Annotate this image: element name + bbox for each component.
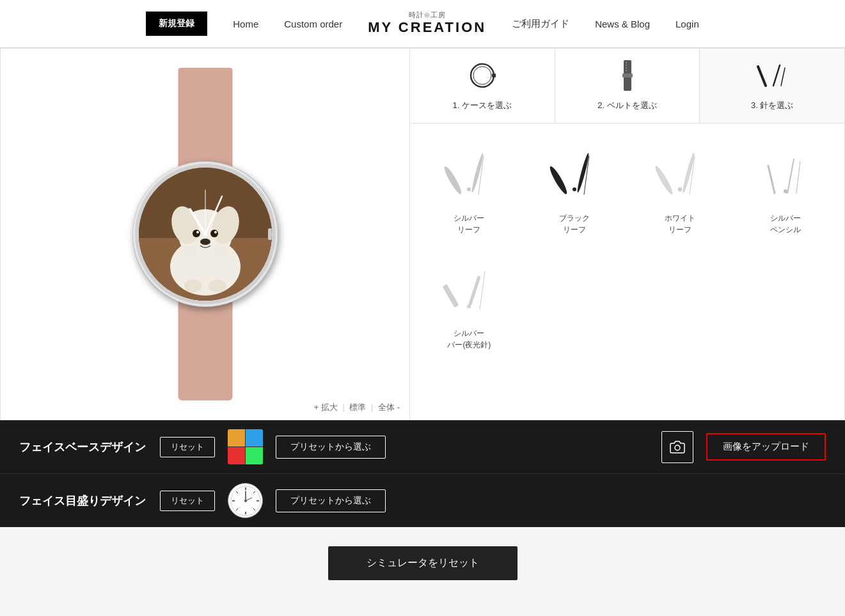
site-logo: 時計⊙工房 MY CREATION [368,11,486,36]
svg-rect-49 [468,276,481,306]
logo-main: MY CREATION [368,19,486,36]
watch-case [135,164,276,304]
svg-point-20 [473,67,491,84]
zoom-expand[interactable]: + 拡大 [314,402,338,412]
svg-rect-25 [626,67,627,68]
svg-point-32 [443,165,464,196]
svg-line-29 [758,67,766,86]
tab-needle-label: 3. 針を選ぶ [751,100,793,111]
zoom-separator-1: | [342,402,344,412]
svg-rect-22 [624,60,631,74]
nav-custom-order[interactable]: Custom order [284,19,342,29]
preset-thumb-cell-2 [246,429,263,446]
svg-rect-27 [624,77,631,91]
needle-label-white-leaf: ホワイトリーフ [665,212,695,235]
tab-belt[interactable]: 2. ベルトを選ぶ [555,49,700,123]
preset-thumb-cell-4 [246,447,263,464]
face-scale-reset-button[interactable]: リセット [160,491,215,511]
watch-face [139,168,272,301]
svg-point-35 [467,187,471,191]
watch-preview [84,68,327,400]
svg-point-40 [654,165,674,195]
face-base-title: フェイスベースデザイン [19,439,147,455]
svg-rect-23 [626,62,627,63]
svg-line-50 [480,271,485,310]
reset-simulator-button[interactable]: シミュレータをリセット [328,546,517,580]
header: 新規登録 Home Custom order 時計⊙工房 MY CREATION… [0,0,845,48]
needle-icon-black-leaf [542,143,606,207]
svg-rect-28 [622,74,633,77]
face-scale-thumb[interactable] [228,483,263,518]
needle-option-silver-pencil[interactable]: シルバーペンシル [732,130,838,246]
needle-label-silver-bar-glow: シルバーバー(夜光針) [447,328,491,351]
belt-icon [612,60,643,95]
tab-needle[interactable]: 3. 針を選ぶ [700,49,844,123]
svg-point-47 [784,189,787,193]
nav-home[interactable]: Home [233,19,258,29]
face-scale-bar: フェイス目盛りデザイン リセット プリセットから選ぶ [0,474,845,527]
needle-icon-silver-leaf [437,143,501,207]
needle-option-silver-bar-glow[interactable]: シルバーバー(夜光針) [416,252,522,360]
watch-strap-top [178,68,232,177]
needle-icon [753,60,791,95]
needle-label-silver-leaf: シルバーリーフ [454,212,484,235]
needle-option-black-leaf[interactable]: ブラックリーフ [522,130,628,246]
svg-rect-24 [626,65,627,66]
svg-line-16 [205,196,222,234]
zoom-separator-2: | [371,402,373,412]
svg-rect-48 [443,284,459,308]
tab-case-label: 1. ケースを選ぶ [453,100,512,111]
tab-belt-label: 2. ベルトを選ぶ [597,100,656,111]
svg-point-39 [573,187,576,191]
needle-options-row2: シルバーバー(夜光針) [410,252,844,367]
svg-point-19 [471,64,494,87]
main-content: + 拡大 | 標準 | 全体 - 1. ケースを選ぶ [0,48,845,420]
tab-case[interactable]: 1. ケースを選ぶ [410,49,555,123]
zoom-controls: + 拡大 | 標準 | 全体 - [314,402,400,413]
face-base-preset-thumb[interactable] [228,429,263,464]
svg-point-37 [576,152,590,193]
logo-sub: 時計⊙工房 [368,11,486,19]
svg-line-30 [773,65,780,86]
svg-point-64 [244,500,247,502]
watch-crown [268,228,274,240]
upload-image-button[interactable]: 画像をアップロード [706,433,826,461]
needle-option-silver-leaf[interactable]: シルバーリーフ [416,130,522,246]
register-button[interactable]: 新規登録 [146,12,207,36]
svg-point-18 [203,232,207,236]
preset-thumb-cell-1 [228,429,245,446]
svg-point-41 [682,153,695,193]
face-base-preset-button[interactable]: プリセットから選ぶ [276,436,386,459]
face-scale-preset-button[interactable]: プリセットから選ぶ [276,489,386,512]
svg-line-46 [796,161,800,193]
clock-face-svg [230,485,262,517]
needle-icon-silver-pencil [754,143,817,207]
svg-point-43 [678,187,682,191]
nav-news-blog[interactable]: News & Blog [595,19,650,29]
watch-preview-panel: + 拡大 | 標準 | 全体 - [1,49,410,420]
needle-icon-white-leaf [648,143,712,207]
svg-line-44 [768,166,775,193]
svg-point-36 [548,165,569,196]
zoom-normal[interactable]: 標準 [349,402,366,412]
svg-point-52 [675,445,680,450]
camera-icon [670,439,685,455]
needle-label-black-leaf: ブラックリーフ [559,212,590,235]
nav-login[interactable]: Login [675,19,699,29]
camera-button[interactable] [661,431,693,463]
step-tabs: 1. ケースを選ぶ [410,49,844,123]
face-base-bar: フェイスベースデザイン リセット プリセットから選ぶ 画像をアップロード [0,420,845,474]
zoom-full[interactable]: 全体 - [378,402,400,412]
svg-line-15 [190,209,205,234]
svg-rect-21 [492,74,496,77]
needle-icon-silver-bar-glow [437,258,501,322]
face-base-reset-button[interactable]: リセット [160,437,215,457]
svg-point-33 [471,152,485,193]
svg-line-45 [787,159,794,193]
nav-guide[interactable]: ご利用ガイド [512,18,569,30]
needle-option-white-leaf[interactable]: ホワイトリーフ [628,130,733,246]
preset-thumb-cell-3 [228,447,245,464]
needle-label-silver-pencil: シルバーペンシル [770,212,801,235]
svg-rect-26 [626,70,627,71]
svg-point-51 [467,304,471,308]
